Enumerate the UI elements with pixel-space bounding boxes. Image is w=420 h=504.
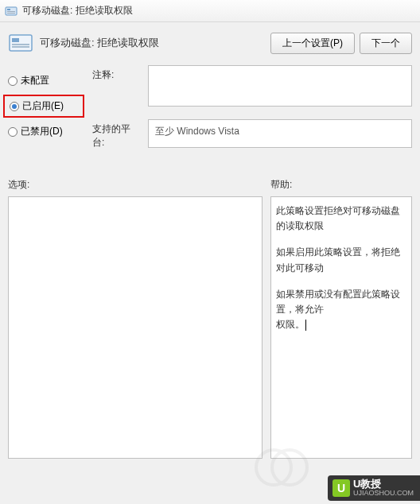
- platform-row: 支持的平台: 至少 Windows Vista: [92, 119, 412, 149]
- platform-value: 至少 Windows Vista: [148, 119, 412, 148]
- help-text-line: 如果禁用或没有配置此策略设置，将允许 权限。: [276, 287, 406, 333]
- section-labels: 选项: 帮助:: [8, 178, 412, 192]
- radio-enabled[interactable]: 已启用(E): [10, 99, 78, 113]
- previous-setting-button[interactable]: 上一个设置(P): [270, 33, 355, 54]
- watermark-brand: U教授: [353, 479, 414, 490]
- page-title: 可移动磁盘: 拒绝读取权限: [40, 36, 264, 50]
- svg-rect-2: [7, 11, 15, 12]
- radio-disabled[interactable]: 已禁用(D): [8, 125, 80, 138]
- watermark: U U教授 UJIAOSHOU.COM: [328, 475, 420, 501]
- radio-icon: [8, 76, 18, 86]
- panels-row: 此策略设置拒绝对可移动磁盘的读取权限 如果启用此策略设置，将拒绝对此可移动 如果…: [8, 196, 412, 459]
- help-text-line: 此策略设置拒绝对可移动磁盘的读取权限: [276, 204, 406, 234]
- radio-label: 未配置: [21, 74, 49, 87]
- help-text-line: 如果启用此策略设置，将拒绝对此可移动: [276, 245, 406, 275]
- window-title: 可移动磁盘: 拒绝读取权限: [22, 4, 133, 17]
- text-cursor-icon: [305, 320, 306, 331]
- svg-rect-1: [7, 9, 10, 10]
- watermark-url: UJIAOSHOU.COM: [353, 490, 414, 498]
- main-layout: 未配置 已启用(E) 已禁用(D) 注释: 支持的平台: 至少 Windows …: [8, 65, 412, 162]
- comment-input[interactable]: [148, 65, 412, 107]
- radio-label: 已禁用(D): [21, 125, 63, 138]
- comment-label: 注释:: [92, 65, 140, 82]
- watermark-logo-icon: U: [332, 479, 350, 497]
- watermark-text: U教授 UJIAOSHOU.COM: [353, 479, 414, 498]
- svg-rect-5: [12, 38, 19, 42]
- titlebar: 可移动磁盘: 拒绝读取权限: [0, 0, 420, 22]
- comment-row: 注释:: [92, 65, 412, 107]
- help-text-span: 如果禁用或没有配置此策略设置，将允许: [276, 289, 400, 315]
- svg-rect-3: [7, 13, 15, 14]
- options-label: 选项:: [8, 178, 270, 192]
- platform-label: 支持的平台:: [92, 119, 140, 149]
- policy-large-icon: [8, 30, 33, 56]
- radio-icon-checked: [10, 102, 19, 111]
- content-area: 可移动磁盘: 拒绝读取权限 上一个设置(P) 下一个 未配置 已启用(E) 已禁…: [0, 22, 420, 467]
- header-row: 可移动磁盘: 拒绝读取权限 上一个设置(P) 下一个: [8, 30, 412, 56]
- radio-not-configured[interactable]: 未配置: [8, 74, 80, 87]
- svg-rect-4: [10, 35, 32, 51]
- svg-rect-6: [12, 44, 29, 45]
- state-radio-group: 未配置 已启用(E) 已禁用(D): [8, 65, 80, 162]
- help-text-span: 权限。: [276, 319, 305, 330]
- options-panel: [8, 196, 262, 459]
- next-setting-button[interactable]: 下一个: [360, 33, 412, 54]
- radio-label: 已启用(E): [22, 99, 64, 113]
- right-column: 注释: 支持的平台: 至少 Windows Vista: [92, 65, 412, 162]
- enabled-highlight: 已启用(E): [3, 95, 84, 118]
- nav-buttons: 上一个设置(P) 下一个: [270, 33, 412, 54]
- radio-icon: [8, 127, 18, 137]
- policy-icon: [5, 5, 18, 17]
- svg-rect-7: [12, 46, 29, 48]
- help-panel: 此策略设置拒绝对可移动磁盘的读取权限 如果启用此策略设置，将拒绝对此可移动 如果…: [270, 196, 412, 459]
- help-label: 帮助:: [270, 178, 292, 192]
